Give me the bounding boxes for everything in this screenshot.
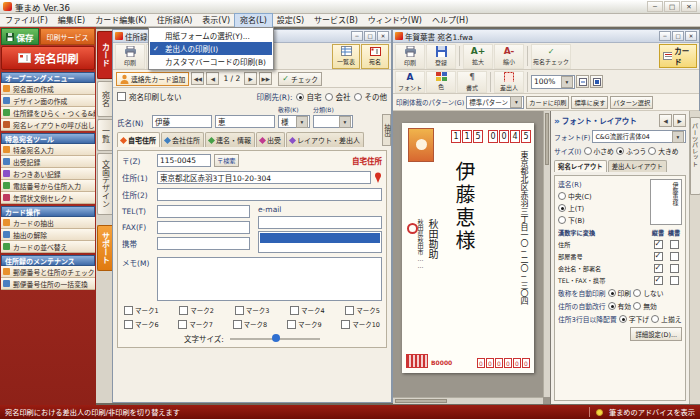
menu-settings[interactable]: 設定(S) <box>272 14 309 27</box>
company-horizontal-checkbox[interactable] <box>670 264 679 273</box>
wrap-on-radio[interactable] <box>608 302 616 310</box>
honorific-print-radio[interactable] <box>608 289 616 297</box>
close-button[interactable]: ✕ <box>377 31 389 41</box>
tab-support[interactable]: サポート <box>97 225 112 271</box>
mark-9-checkbox[interactable] <box>287 320 296 329</box>
print-dest-home-radio[interactable] <box>296 93 304 101</box>
honorific-select[interactable]: 様 <box>278 115 310 128</box>
tab-home-address[interactable]: 自宅住所 <box>117 132 160 147</box>
addr1-field[interactable]: 東京都北区赤羽3丁目10-20-304 <box>157 171 371 184</box>
close-button[interactable]: ✕ <box>681 1 697 12</box>
mark-1-checkbox[interactable] <box>124 306 133 315</box>
print-button[interactable]: 印刷 <box>115 44 145 69</box>
print-service-button[interactable]: 印刷サービス <box>40 28 95 45</box>
renmei-center-radio[interactable] <box>558 192 566 200</box>
pattern-select-button[interactable]: パターン選択 <box>610 96 653 109</box>
save-button[interactable]: 保存 <box>1 28 39 45</box>
size-normal-radio[interactable] <box>616 147 624 155</box>
room-vertical-checkbox[interactable] <box>654 252 663 261</box>
print-to-card-button[interactable]: カードに印刷 <box>526 96 569 109</box>
sender-button[interactable]: 差出人 <box>494 71 524 93</box>
tab-joint-info[interactable]: 連名・情報 <box>205 132 255 147</box>
selected-row[interactable] <box>260 233 380 243</box>
sidebar-item-zip-check[interactable]: 郵便番号と住所のチェック <box>1 266 95 278</box>
mark-3[interactable]: マーク3 <box>235 305 270 315</box>
add-contact-card-button[interactable]: 連絡先カード追加 <box>116 72 189 86</box>
tel-field[interactable] <box>157 205 250 218</box>
font-button[interactable]: A フォント <box>395 71 425 93</box>
mark-9[interactable]: マーク9 <box>287 319 322 329</box>
postcard-canvas[interactable]: 1 1 5 0 0 4 5 東京都北区赤羽三丁目 一〇−二〇−三〇四 伊藤恵様 … <box>393 111 551 404</box>
line3-top-radio[interactable] <box>651 315 659 323</box>
minimize-button[interactable]: ─ <box>351 31 363 41</box>
zoom-out-button[interactable]: A- 縮小 <box>494 44 524 69</box>
sidebar-item-card-extract[interactable]: カードの抽出 <box>1 217 95 229</box>
sidebar-item-extract-clear[interactable]: 抽出の解除 <box>1 229 95 241</box>
mark-2[interactable]: マーク2 <box>179 305 214 315</box>
company-vertical-checkbox[interactable] <box>654 264 663 273</box>
menu-atena[interactable]: 宛名(L) <box>235 14 272 27</box>
line3-indent-radio[interactable] <box>619 315 627 323</box>
pattern-select[interactable]: 標準パターン <box>466 96 524 109</box>
print-dest-office-radio[interactable] <box>325 93 333 101</box>
tab-design[interactable]: 文面デザイン <box>97 153 112 215</box>
last-name-field[interactable]: 伊藤 <box>152 115 212 128</box>
sidebar-item-layout-recall[interactable]: 宛名レイアウトの呼び出し・編集 <box>1 119 95 131</box>
prev-card-button[interactable]: ◀ <box>206 72 219 85</box>
fit-width-button[interactable] <box>576 75 589 88</box>
mark-3-checkbox[interactable] <box>235 306 244 315</box>
renmei-top-radio[interactable] <box>558 204 566 212</box>
extract-side-tab[interactable]: 抽出 <box>382 114 391 146</box>
minimize-button[interactable]: ─ <box>647 1 663 12</box>
menu-item-sender-print[interactable]: ✓差出人の印刷(I) <box>150 42 272 55</box>
tab-layout-sender[interactable]: レイアウト・差出人 <box>286 132 364 147</box>
atena-check-button[interactable]: ✓ 宛名チェック <box>531 44 571 69</box>
menu-window[interactable]: ウィンドウ(W) <box>363 14 427 27</box>
zip-field[interactable]: 115-0045 <box>157 154 211 167</box>
memo-field[interactable] <box>157 257 382 301</box>
register-button[interactable]: 登録 <box>426 44 456 69</box>
check-button[interactable]: ✓ チェック <box>278 72 322 86</box>
mark-6-checkbox[interactable] <box>124 320 133 329</box>
minimize-button[interactable]: ─ <box>659 31 671 41</box>
mark-6[interactable]: マーク6 <box>124 319 159 329</box>
postcard-preview[interactable]: 1 1 5 0 0 4 5 東京都北区赤羽三丁目 一〇−二〇−三〇四 伊藤恵様 … <box>402 123 534 373</box>
tel-horizontal-checkbox[interactable] <box>670 276 679 285</box>
honorific-none-radio[interactable] <box>633 289 641 297</box>
mark-1[interactable]: マーク1 <box>124 305 159 315</box>
color-button[interactable]: 色 <box>426 71 456 93</box>
category-select[interactable] <box>313 115 353 128</box>
fit-page-button[interactable] <box>590 75 603 88</box>
maximize-button[interactable]: □ <box>672 31 684 41</box>
font-select[interactable]: C&G流麗行書体04 <box>592 130 686 143</box>
pattern-prev-button[interactable]: ◀ <box>659 114 672 127</box>
menu-service[interactable]: サービス(B) <box>309 14 363 27</box>
tel-vertical-checkbox[interactable] <box>654 276 663 285</box>
parts-palette-tab[interactable]: パーツパレット <box>690 117 700 195</box>
tab-sent-received[interactable]: 出受 <box>256 132 285 147</box>
mark-10[interactable]: マーク10 <box>341 319 380 329</box>
first-name-field[interactable]: 恵 <box>215 115 275 128</box>
mark-7[interactable]: マーク7 <box>178 319 213 329</box>
sidebar-item-zip-batch-update[interactable]: 郵便番号住所の一括変換 <box>1 278 95 290</box>
reset-standard-button[interactable]: 標準に戻す <box>571 96 608 109</box>
mark-10-checkbox[interactable] <box>341 320 350 329</box>
sidebar-item-express-input[interactable]: 特急宛名入力 <box>1 144 95 156</box>
tab-office-address[interactable]: 会社住所 <box>161 132 204 147</box>
format-button[interactable]: ¶ 書式 <box>457 71 487 93</box>
menu-card-edit[interactable]: カード編集(K) <box>90 14 152 27</box>
tab-atena[interactable]: 宛名 <box>97 81 112 117</box>
zip-search-button[interactable]: 〒検索 <box>214 154 239 167</box>
first-card-button[interactable]: ◀◀ <box>191 72 204 85</box>
menu-file[interactable]: ファイル(F) <box>0 14 53 27</box>
close-button[interactable]: ✕ <box>685 31 697 41</box>
menu-edit[interactable]: 編集(E) <box>53 14 90 27</box>
sidebar-item-relationship-log[interactable]: おつきあい記録 <box>1 168 95 180</box>
mobile-field[interactable] <box>157 237 250 250</box>
wrap-off-radio[interactable] <box>633 302 641 310</box>
mark-4-checkbox[interactable] <box>290 306 299 315</box>
mark-4[interactable]: マーク4 <box>290 305 325 315</box>
sidebar-item-sent-received[interactable]: 出受記録 <box>1 156 95 168</box>
menu-item-paper-form[interactable]: 用紙フォームの選択(Y)... <box>150 29 272 42</box>
print-button[interactable]: 印刷 <box>395 44 425 69</box>
